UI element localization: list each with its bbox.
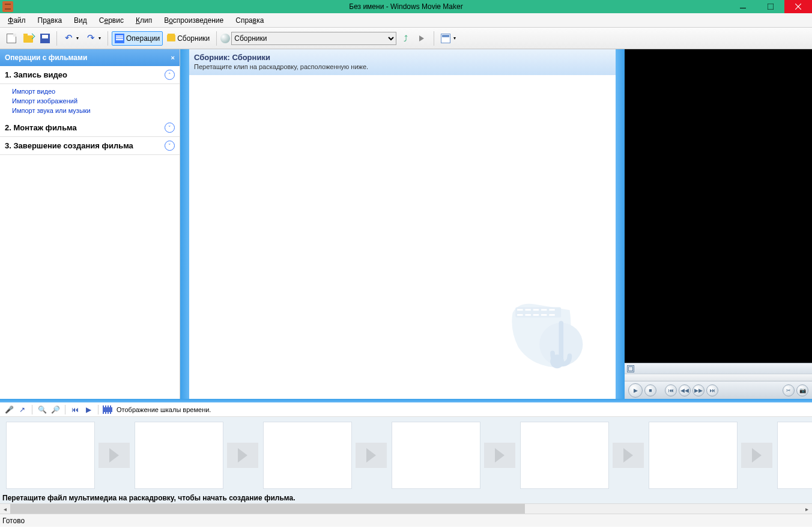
storyboard-frame[interactable] bbox=[6, 422, 95, 489]
storyboard-transition[interactable] bbox=[484, 443, 515, 468]
toolbar-separator bbox=[434, 31, 434, 46]
storyboard-slot[interactable] bbox=[649, 422, 772, 489]
scroll-right-button[interactable]: ▸ bbox=[802, 504, 812, 514]
toolbar-separator bbox=[98, 405, 98, 414]
collections-toggle-button[interactable]: Сборники bbox=[164, 31, 213, 46]
main-area: Операции с фильмами × 1. Запись видео ˄ … bbox=[0, 49, 812, 399]
svg-rect-10 bbox=[517, 309, 523, 311]
preview-pane: ▶ ■ ⏮ ◀◀ ▶▶ ⏭ ✂ 📷 bbox=[625, 49, 812, 399]
arrow-icon bbox=[495, 448, 504, 463]
split-clip-button[interactable]: ✂ bbox=[783, 384, 795, 396]
toolbar: ↶▾ ↷▾ Операции Сборники Сборники ⤴ ▾ bbox=[0, 28, 812, 49]
scroll-left-button[interactable]: ◂ bbox=[0, 504, 10, 514]
forward-button[interactable]: ▶▶ bbox=[692, 384, 704, 396]
expand-icon[interactable] bbox=[627, 365, 634, 372]
storyboard-transition[interactable] bbox=[741, 443, 772, 468]
zoom-in-button[interactable]: 🔍 bbox=[37, 404, 47, 415]
folder-icon bbox=[167, 35, 175, 41]
rewind-timeline-button[interactable]: ⏮ bbox=[70, 404, 80, 415]
open-project-button[interactable] bbox=[20, 31, 36, 46]
chevron-down-icon[interactable]: ˅ bbox=[165, 123, 175, 133]
arrow-icon bbox=[238, 448, 247, 463]
collection-right-gutter bbox=[616, 49, 625, 399]
collection-header: Сборник: Сборники Перетащите клип на рас… bbox=[189, 49, 616, 75]
menu-view[interactable]: Вид bbox=[71, 15, 90, 26]
zoom-out-button[interactable]: 🔎 bbox=[50, 404, 61, 415]
task-link-import-video[interactable]: Импорт видео bbox=[12, 86, 180, 96]
task-section-title: 2. Монтаж фильма bbox=[5, 123, 77, 132]
task-section-edit[interactable]: 2. Монтаж фильма ˅ bbox=[0, 119, 180, 137]
collection-content[interactable] bbox=[189, 75, 616, 399]
prev-clip-button[interactable]: ⏮ bbox=[665, 384, 677, 396]
storyboard[interactable]: Перетащите файл мультимедиа на раскадров… bbox=[0, 417, 812, 503]
timeline-toggle-label[interactable]: Отображение шкалы времени. bbox=[117, 406, 211, 413]
rewind-button[interactable]: ◀◀ bbox=[679, 384, 691, 396]
storyboard-transition[interactable] bbox=[98, 443, 130, 468]
storyboard-slot[interactable] bbox=[392, 422, 515, 489]
chevron-up-icon[interactable]: ˄ bbox=[165, 70, 175, 80]
menu-play[interactable]: Воспроизведение bbox=[161, 15, 226, 26]
location-combobox[interactable]: Сборники bbox=[231, 32, 396, 45]
play-button[interactable]: ▶ bbox=[628, 383, 643, 398]
menu-clip[interactable]: Клип bbox=[133, 15, 155, 26]
task-section-capture[interactable]: 1. Запись видео ˄ bbox=[0, 66, 180, 84]
storyboard-slot[interactable] bbox=[777, 422, 812, 489]
narrate-button[interactable]: 🎤 bbox=[4, 404, 14, 415]
redo-button[interactable]: ↷▾ bbox=[83, 31, 104, 46]
collection-icon bbox=[220, 34, 230, 43]
storyboard-scrollbar[interactable]: ◂ ▸ bbox=[0, 503, 812, 514]
preview-screen bbox=[625, 49, 812, 363]
title-bar: Без имени - Windows Movie Maker bbox=[0, 0, 812, 13]
new-project-button[interactable] bbox=[4, 31, 19, 46]
tasks-icon bbox=[115, 34, 124, 43]
storyboard-frame[interactable] bbox=[263, 422, 352, 489]
task-section-title: 3. Завершение создания фильма bbox=[5, 141, 133, 150]
close-button[interactable] bbox=[784, 0, 812, 13]
task-link-import-pictures[interactable]: Импорт изображений bbox=[12, 96, 180, 106]
task-section-finish[interactable]: 3. Завершение создания фильма ˅ bbox=[0, 137, 180, 155]
dropdown-icon: ▾ bbox=[76, 35, 79, 41]
forward-button[interactable] bbox=[414, 31, 430, 46]
save-icon bbox=[40, 34, 50, 43]
menu-tools[interactable]: Сервис bbox=[96, 15, 127, 26]
next-clip-button[interactable]: ⏭ bbox=[706, 384, 718, 396]
preview-seek-bar[interactable] bbox=[625, 374, 812, 381]
storyboard-transition[interactable] bbox=[227, 443, 258, 468]
up-level-button[interactable]: ⤴ bbox=[398, 31, 413, 46]
menu-edit[interactable]: Правка bbox=[35, 15, 65, 26]
play-timeline-button[interactable]: ▶ bbox=[83, 404, 94, 415]
audio-levels-button[interactable]: ↗ bbox=[17, 404, 28, 415]
svg-rect-2 bbox=[5, 8, 11, 10]
storyboard-frame[interactable] bbox=[392, 422, 480, 489]
save-project-button[interactable] bbox=[37, 31, 53, 46]
storyboard-frame[interactable] bbox=[520, 422, 609, 489]
maximize-button[interactable] bbox=[757, 0, 784, 13]
task-link-import-audio[interactable]: Импорт звука или музыки bbox=[12, 106, 180, 115]
svg-rect-4 bbox=[768, 4, 774, 10]
svg-rect-3 bbox=[740, 8, 746, 8]
take-picture-button[interactable]: 📷 bbox=[796, 384, 808, 396]
stop-button[interactable]: ■ bbox=[644, 384, 656, 396]
menu-help[interactable]: Справка bbox=[232, 15, 267, 26]
menu-bar: Файл Правка Вид Сервис Клип Воспроизведе… bbox=[0, 13, 812, 28]
storyboard-slot[interactable] bbox=[6, 422, 130, 489]
redo-icon: ↷ bbox=[86, 34, 95, 43]
storyboard-slot[interactable] bbox=[520, 422, 644, 489]
chevron-down-icon[interactable]: ˅ bbox=[165, 141, 175, 151]
tasks-toggle-button[interactable]: Операции bbox=[112, 31, 163, 46]
scroll-track[interactable] bbox=[10, 504, 802, 514]
storyboard-transition[interactable] bbox=[613, 443, 644, 468]
storyboard-frame[interactable] bbox=[135, 422, 223, 489]
menu-file[interactable]: Файл bbox=[5, 15, 29, 26]
tasks-close-button[interactable]: × bbox=[171, 54, 175, 61]
window-controls bbox=[729, 0, 812, 13]
scroll-thumb[interactable] bbox=[10, 504, 525, 514]
minimize-button[interactable] bbox=[729, 0, 757, 13]
undo-button[interactable]: ↶▾ bbox=[61, 31, 82, 46]
storyboard-slot[interactable] bbox=[263, 422, 387, 489]
storyboard-frame[interactable] bbox=[777, 422, 812, 489]
storyboard-transition[interactable] bbox=[356, 443, 387, 468]
storyboard-slot[interactable] bbox=[135, 422, 258, 489]
storyboard-frame[interactable] bbox=[649, 422, 738, 489]
view-mode-button[interactable]: ▾ bbox=[438, 31, 459, 46]
